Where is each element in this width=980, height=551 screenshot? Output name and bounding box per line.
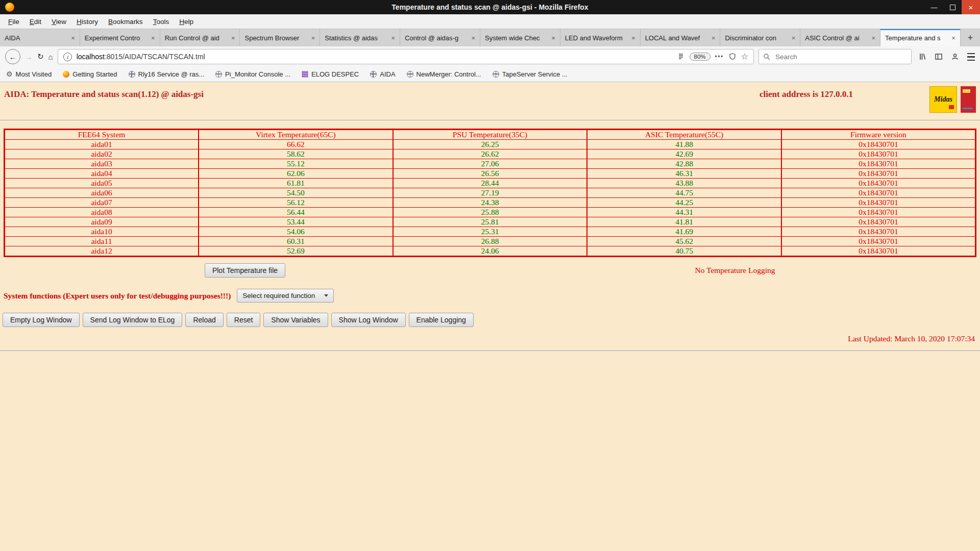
midas-logo-mark — [949, 105, 954, 109]
window-controls: — × — [925, 0, 980, 14]
bookmark-item[interactable]: NewMerger: Control... — [407, 70, 481, 78]
plot-temperature-button[interactable]: Plot Temperature file — [205, 263, 285, 278]
bookmark-item[interactable]: Rly16 Service @ ras... — [129, 70, 205, 78]
facility-logo[interactable] — [961, 86, 976, 113]
bookmark-item[interactable]: TapeServer Service ... — [493, 70, 568, 78]
psu-temp-cell: 27.19 — [393, 188, 587, 198]
site-info-icon[interactable]: i — [63, 53, 72, 61]
firefox-icon — [63, 71, 69, 78]
new-tab-button[interactable]: + — [961, 29, 980, 46]
tab-close-icon[interactable]: × — [151, 34, 155, 42]
hamburger-menu-icon[interactable] — [967, 53, 975, 61]
bookmark-item[interactable]: ELOG DESPEC — [302, 70, 359, 78]
bookmark-star-icon[interactable]: ☆ — [741, 53, 748, 61]
asic-temp-cell: 41.69 — [587, 227, 781, 237]
bookmark-item[interactable]: Most Visited — [6, 70, 52, 78]
reload-button[interactable]: ↻ — [37, 52, 44, 61]
browser-tab[interactable]: Control @ aidas-g × — [400, 29, 480, 46]
firmware-cell: 0x18430701 — [781, 179, 976, 188]
browser-tab[interactable]: Statistics @ aidas × — [320, 29, 400, 46]
browser-tab[interactable]: Spectrum Browser × — [240, 29, 320, 46]
tab-close-icon[interactable]: × — [951, 34, 955, 42]
bookmark-item[interactable]: Getting Started — [63, 70, 117, 78]
tab-close-icon[interactable]: × — [71, 34, 75, 42]
menu-item[interactable]: View — [46, 18, 71, 26]
browser-tab[interactable]: Experiment Contro × — [80, 29, 160, 46]
globe-icon — [407, 71, 413, 78]
browser-tab[interactable]: Temperature and s × — [880, 29, 961, 46]
tab-close-icon[interactable]: × — [231, 34, 235, 42]
virtex-temp-cell: 52.69 — [199, 246, 393, 257]
reader-mode-icon[interactable] — [677, 53, 685, 61]
navigation-toolbar: ← → ↻ ⌂ i localhost:8015/AIDA/TSCAN/TSCA… — [0, 46, 980, 67]
browser-tab[interactable]: System wide Chec × — [480, 29, 560, 46]
action-button[interactable]: Enable Logging — [409, 313, 474, 327]
function-select[interactable]: Select required function — [237, 289, 334, 303]
action-button[interactable]: Show Log Window — [331, 313, 406, 327]
zoom-level-badge[interactable]: 80% — [690, 53, 710, 61]
firmware-cell: 0x18430701 — [781, 198, 976, 208]
tab-close-icon[interactable]: × — [551, 34, 555, 42]
virtex-temp-cell: 66.62 — [199, 140, 393, 149]
menu-item[interactable]: File — [3, 18, 24, 26]
page-actions-icon[interactable]: ••• — [715, 53, 724, 60]
menu-item[interactable]: Bookmarks — [103, 18, 148, 26]
bookmark-item[interactable]: AIDA — [370, 70, 395, 78]
browser-tab[interactable]: Discriminator con × — [720, 29, 800, 46]
shield-icon[interactable] — [728, 53, 737, 61]
browser-tab[interactable]: LOCAL and Wavef × — [641, 29, 721, 46]
back-button[interactable]: ← — [5, 49, 20, 64]
fee64-name-cell: aida05 — [5, 179, 199, 188]
browser-tab[interactable]: ASIC Control @ ai × — [800, 29, 880, 46]
account-icon[interactable] — [951, 53, 959, 61]
minimize-button[interactable]: — — [925, 0, 943, 14]
browser-tab[interactable]: AIDA × — [0, 29, 80, 46]
bookmark-label: TapeServer Service ... — [502, 70, 568, 78]
action-button[interactable]: Show Variables — [263, 313, 328, 327]
tab-close-icon[interactable]: × — [872, 34, 876, 42]
browser-tab[interactable]: LED and Waveform × — [560, 29, 641, 46]
maximize-button[interactable] — [943, 0, 962, 14]
library-icon[interactable] — [918, 53, 926, 61]
midas-logo[interactable]: Midas — [929, 86, 957, 113]
search-input[interactable] — [774, 53, 907, 61]
action-button[interactable]: Empty Log Window — [3, 313, 80, 327]
table-row: aida01 66.62 26.25 41.88 0x18430701 — [5, 140, 976, 149]
divider-bottom — [0, 350, 980, 352]
close-button[interactable]: × — [962, 0, 980, 14]
menu-item[interactable]: Edit — [24, 18, 46, 26]
firmware-cell: 0x18430701 — [781, 140, 976, 149]
home-button[interactable]: ⌂ — [48, 53, 53, 61]
logging-status-cell: No Temperature Logging — [490, 263, 980, 278]
system-functions-label: System functions (Expert users only for … — [4, 291, 231, 300]
url-bar[interactable]: i localhost:8015/AIDA/TSCAN/TSCAN.tml 80… — [58, 49, 754, 64]
search-bar[interactable] — [758, 49, 912, 64]
tab-close-icon[interactable]: × — [792, 34, 796, 42]
virtex-temp-cell: 56.44 — [199, 208, 393, 217]
bookmark-label: Rly16 Service @ ras... — [138, 70, 205, 78]
asic-temp-cell: 45.62 — [587, 237, 781, 246]
action-button[interactable]: Reload — [185, 313, 223, 327]
client-address: client address is 127.0.0.1 — [760, 89, 853, 99]
page-title: AIDA: Temperature and status scan(1.12) … — [4, 89, 204, 99]
tab-close-icon[interactable]: × — [471, 34, 475, 42]
menu-item[interactable]: Tools — [148, 18, 175, 26]
menu-item[interactable]: Help — [174, 18, 199, 26]
tab-close-icon[interactable]: × — [631, 34, 635, 42]
psu-temp-cell: 26.56 — [393, 169, 587, 179]
forward-button[interactable]: → — [25, 53, 33, 61]
sidebar-icon[interactable] — [935, 53, 943, 61]
browser-tab[interactable]: Run Control @ aid × — [160, 29, 240, 46]
action-button[interactable]: Send Log Window to ELog — [83, 313, 183, 327]
tab-close-icon[interactable]: × — [391, 34, 396, 42]
system-functions-row: System functions (Expert users only for … — [4, 289, 980, 303]
tab-close-icon[interactable]: × — [311, 34, 315, 42]
table-header-row: FEE64 SystemVirtex Temperature(65C)PSU T… — [5, 130, 976, 140]
action-button-row: Empty Log WindowSend Log Window to ELogR… — [3, 313, 980, 327]
menu-item[interactable]: History — [71, 18, 103, 26]
tab-label: LED and Waveform — [565, 34, 628, 42]
action-button[interactable]: Reset — [227, 313, 261, 327]
bookmark-item[interactable]: Pi_Monitor Console ... — [215, 70, 290, 78]
column-header: Firmware version — [781, 130, 976, 140]
tab-close-icon[interactable]: × — [712, 34, 716, 42]
